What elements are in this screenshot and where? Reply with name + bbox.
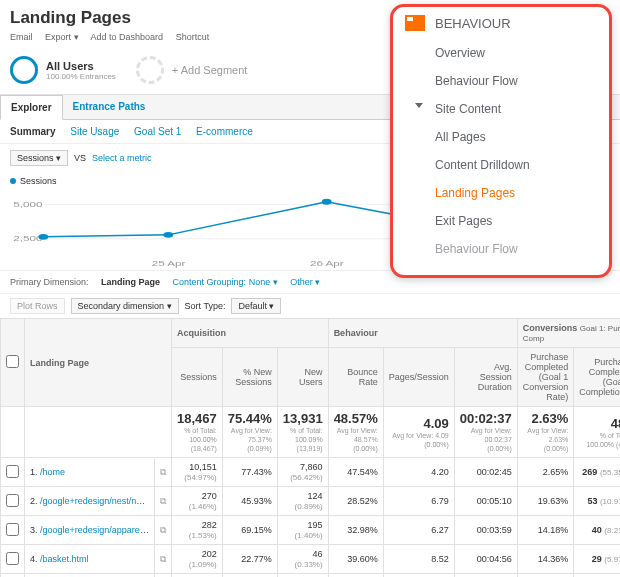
- tab-entrance-paths[interactable]: Entrance Paths: [63, 95, 156, 119]
- sort-label: Sort Type:: [185, 301, 226, 311]
- col-new-users[interactable]: New Users: [277, 348, 328, 407]
- col-sessions[interactable]: Sessions: [172, 348, 223, 407]
- nav-exit-pages[interactable]: Exit Pages: [405, 207, 597, 235]
- cell-sessions: 282 (1.53%): [172, 516, 223, 545]
- landing-page-link[interactable]: /google+redesign/nest/nest-usa: [40, 496, 154, 506]
- row-num: 3.: [30, 525, 38, 535]
- col-landing-page[interactable]: Landing Page: [25, 319, 172, 407]
- col-bounce[interactable]: Bounce Rate: [328, 348, 383, 407]
- row-checkbox[interactable]: [6, 523, 19, 536]
- nav-site-content[interactable]: Site Content: [405, 95, 597, 123]
- cell-newusers: 195 (1.40%): [277, 516, 328, 545]
- email-link[interactable]: Email: [10, 32, 33, 42]
- landing-page-link[interactable]: /home: [40, 467, 65, 477]
- data-table-wrap: Landing Page Acquisition Behaviour Conve…: [0, 318, 620, 577]
- open-icon[interactable]: ⧉: [155, 545, 172, 574]
- col-duration[interactable]: Avg. Session Duration: [454, 348, 517, 407]
- cell-pctnew: 30.09%: [222, 574, 277, 578]
- dim-label: Primary Dimension:: [10, 277, 89, 287]
- landing-page-link[interactable]: /basket.html: [40, 554, 89, 564]
- col-pps[interactable]: Pages/Session: [383, 348, 454, 407]
- segment-circle-icon: [10, 56, 38, 84]
- shortcut-link[interactable]: Shortcut: [176, 32, 210, 42]
- nav-content-drilldown[interactable]: Content Drilldown: [405, 151, 597, 179]
- open-icon[interactable]: ⧉: [155, 516, 172, 545]
- cell-rate: 2.65%: [517, 458, 574, 487]
- table-row: 5. /store.html⧉113 (0.61%)30.09%34 (0.24…: [1, 574, 621, 578]
- cell-comp: 53 (10.91%): [574, 487, 620, 516]
- subtab-site-usage[interactable]: Site Usage: [70, 126, 119, 137]
- subtab-ecommerce[interactable]: E-commerce: [196, 126, 253, 137]
- nav-behaviour-title[interactable]: BEHAVIOUR: [435, 16, 511, 31]
- table-row: 4. /basket.html⧉202 (1.09%)22.77%46 (0.3…: [1, 545, 621, 574]
- cell-pps: 8.52: [383, 545, 454, 574]
- nav-landing-pages[interactable]: Landing Pages: [405, 179, 597, 207]
- segment-all-users[interactable]: All Users: [46, 60, 116, 72]
- add-dashboard-link[interactable]: Add to Dashboard: [91, 32, 164, 42]
- cell-newusers: 34 (0.24%): [277, 574, 328, 578]
- export-link[interactable]: Export ▾: [45, 32, 79, 42]
- open-icon[interactable]: ⧉: [155, 458, 172, 487]
- col-conv-rate[interactable]: Purchase Completed (Goal 1 Conversion Ra…: [517, 348, 574, 407]
- behaviour-icon: [405, 15, 425, 31]
- landing-page-link[interactable]: /google+redesign/apparel/mens+outerwear/…: [40, 525, 154, 535]
- nav-behaviour-flow-2[interactable]: Behaviour Flow: [405, 235, 597, 263]
- row-checkbox[interactable]: [6, 494, 19, 507]
- dim-landing-page[interactable]: Landing Page: [101, 277, 160, 287]
- chart-x1: 25 Apr: [152, 260, 187, 268]
- segment-entrances: 100.00% Entrances: [46, 72, 116, 81]
- col-pct-new[interactable]: % New Sessions: [222, 348, 277, 407]
- cell-pctnew: 45.93%: [222, 487, 277, 516]
- dim-content-grouping[interactable]: Content Grouping: None ▾: [173, 277, 278, 287]
- cell-pctnew: 69.15%: [222, 516, 277, 545]
- cell-duration: 00:04:56: [454, 545, 517, 574]
- cell-pps: 4.20: [383, 458, 454, 487]
- colgroup-behaviour: Behaviour: [328, 319, 517, 348]
- cell-rate: 19.63%: [517, 487, 574, 516]
- cell-bounce: 45.13%: [328, 574, 383, 578]
- row-checkbox[interactable]: [6, 465, 19, 478]
- svg-point-4: [322, 199, 332, 205]
- sort-type-select[interactable]: Default ▾: [231, 298, 281, 314]
- nav-overview[interactable]: Overview: [405, 39, 597, 67]
- tab-explorer[interactable]: Explorer: [0, 95, 63, 120]
- chart-y1: 5,000: [13, 200, 42, 208]
- cell-pps: 6.67: [383, 574, 454, 578]
- cell-bounce: 32.98%: [328, 516, 383, 545]
- open-icon[interactable]: ⧉: [155, 574, 172, 578]
- nav-all-pages[interactable]: All Pages: [405, 123, 597, 151]
- row-checkbox[interactable]: [6, 552, 19, 565]
- nav-behaviour-flow[interactable]: Behaviour Flow: [405, 67, 597, 95]
- add-segment-icon[interactable]: [136, 56, 164, 84]
- data-table: Landing Page Acquisition Behaviour Conve…: [0, 318, 620, 577]
- chart-y2: 2,500: [13, 234, 42, 242]
- select-metric-link[interactable]: Select a metric: [92, 153, 152, 163]
- dim-other[interactable]: Other ▾: [290, 277, 320, 287]
- subtab-summary[interactable]: Summary: [10, 126, 56, 137]
- col-checkbox: [1, 319, 25, 407]
- colgroup-acquisition: Acquisition: [172, 319, 329, 348]
- cell-bounce: 47.54%: [328, 458, 383, 487]
- metric-sessions-select[interactable]: Sessions ▾: [10, 150, 68, 166]
- col-completions[interactable]: Purchase Completed (Goal 1 Completions): [574, 348, 620, 407]
- subtab-goal-set[interactable]: Goal Set 1: [134, 126, 181, 137]
- plot-rows-button[interactable]: Plot Rows: [10, 298, 65, 314]
- table-controls: Plot Rows Secondary dimension ▾ Sort Typ…: [0, 293, 620, 318]
- cell-comp: 269 (55.35%): [574, 458, 620, 487]
- cell-newusers: 124 (0.89%): [277, 487, 328, 516]
- cell-duration: 00:05:16: [454, 574, 517, 578]
- cell-pctnew: 77.43%: [222, 458, 277, 487]
- summary-row: 18,467% of Total: 100.00% (18,467) 75.44…: [1, 407, 621, 458]
- vs-label: VS: [74, 153, 86, 163]
- select-all-checkbox[interactable]: [6, 355, 19, 368]
- cell-newusers: 46 (0.33%): [277, 545, 328, 574]
- secondary-dimension-select[interactable]: Secondary dimension ▾: [71, 298, 179, 314]
- colgroup-conversions: Conversions Goal 1: Purchase Comp: [517, 319, 620, 348]
- row-num: 1.: [30, 467, 38, 477]
- cell-rate: 14.36%: [517, 545, 574, 574]
- open-icon[interactable]: ⧉: [155, 487, 172, 516]
- cell-comp: 40 (8.23%): [574, 516, 620, 545]
- chart-x2: 26 Apr: [310, 260, 345, 268]
- add-segment-link[interactable]: + Add Segment: [172, 64, 248, 76]
- cell-comp: 19 (3.91%): [574, 574, 620, 578]
